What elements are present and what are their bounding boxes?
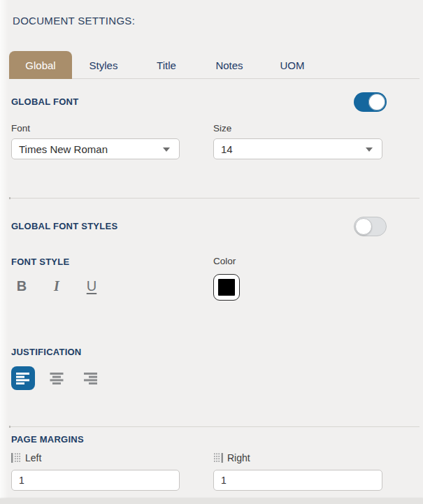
color-label: Color bbox=[213, 256, 236, 266]
settings-tabs: Global Styles Title Notes UOM bbox=[9, 51, 420, 79]
font-select[interactable]: Times New Roman bbox=[11, 138, 180, 159]
justification-buttons bbox=[11, 366, 102, 390]
margin-right-label-row: Right bbox=[213, 452, 250, 463]
align-right-button[interactable] bbox=[78, 366, 102, 390]
align-center-button[interactable] bbox=[45, 366, 69, 390]
font-label: Font bbox=[11, 123, 30, 134]
margin-left-input[interactable] bbox=[11, 470, 180, 491]
section-divider bbox=[9, 426, 420, 427]
color-swatch-button[interactable] bbox=[213, 274, 240, 301]
panel-bottom-edge bbox=[0, 498, 423, 504]
align-left-icon bbox=[16, 373, 30, 384]
size-select-value: 14 bbox=[221, 143, 233, 155]
tab-notes[interactable]: Notes bbox=[198, 51, 261, 79]
font-style-buttons: B I U bbox=[11, 275, 116, 297]
tab-styles[interactable]: Styles bbox=[72, 51, 135, 79]
global-font-heading: GLOBAL FONT bbox=[11, 96, 78, 107]
color-swatch-value bbox=[218, 279, 235, 296]
tab-title[interactable]: Title bbox=[135, 51, 198, 79]
align-center-icon bbox=[50, 373, 64, 384]
global-font-styles-heading: GLOBAL FONT STYLES bbox=[11, 221, 117, 231]
margin-right-icon bbox=[213, 453, 223, 463]
page-title: DOCUMENT SETTINGS: bbox=[13, 15, 135, 27]
margin-left-icon bbox=[11, 453, 21, 463]
align-left-button[interactable] bbox=[11, 366, 35, 390]
size-select[interactable]: 14 bbox=[213, 138, 382, 159]
font-select-value: Times New Roman bbox=[19, 143, 108, 155]
global-font-toggle[interactable] bbox=[354, 92, 387, 112]
document-settings-panel: DOCUMENT SETTINGS: Global Styles Title N… bbox=[0, 0, 423, 504]
margin-left-label: Left bbox=[25, 452, 41, 463]
panel-left-edge bbox=[0, 0, 8, 504]
tab-global[interactable]: Global bbox=[9, 51, 72, 79]
margin-left-label-row: Left bbox=[11, 452, 41, 463]
margin-right-label: Right bbox=[227, 452, 250, 463]
justification-heading: JUSTIFICATION bbox=[11, 347, 82, 357]
section-divider bbox=[9, 198, 420, 199]
toggle-knob bbox=[368, 94, 385, 110]
bold-button[interactable]: B bbox=[11, 275, 32, 297]
tab-uom[interactable]: UOM bbox=[261, 51, 324, 79]
toggle-knob bbox=[355, 218, 372, 235]
global-font-styles-toggle[interactable] bbox=[354, 217, 387, 236]
chevron-down-icon bbox=[163, 147, 170, 152]
margin-right-input[interactable] bbox=[213, 470, 382, 491]
size-label: Size bbox=[213, 123, 231, 134]
underline-button[interactable]: U bbox=[81, 275, 102, 297]
chevron-down-icon bbox=[366, 147, 373, 152]
font-style-heading: FONT STYLE bbox=[11, 257, 69, 267]
italic-button[interactable]: I bbox=[46, 275, 67, 297]
page-margins-heading: PAGE MARGINS bbox=[11, 434, 84, 445]
align-right-icon bbox=[83, 373, 97, 384]
